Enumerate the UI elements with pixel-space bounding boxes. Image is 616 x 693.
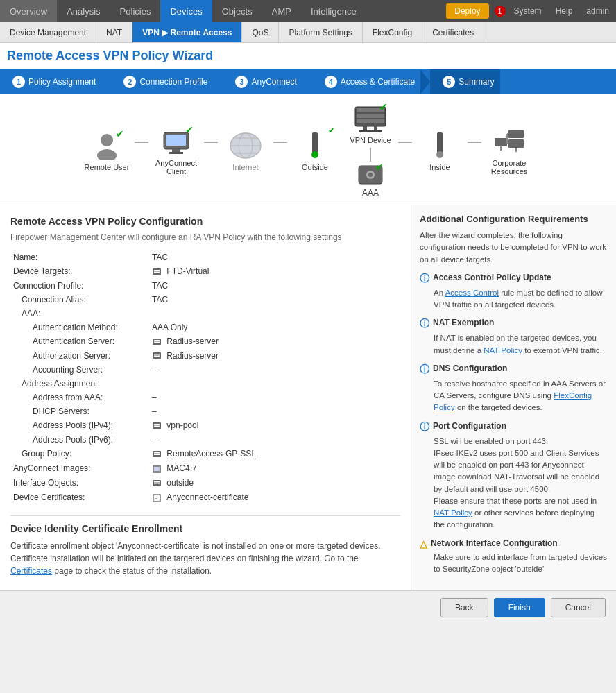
- interface-objects-text: outside: [166, 478, 194, 488]
- access-control-link[interactable]: Access Control: [445, 289, 499, 297]
- wizard-arrow-3: [302, 69, 312, 94]
- nav-device-management[interactable]: Device Management: [0, 22, 96, 42]
- svg-point-0: [101, 134, 113, 146]
- aaa-subnode: ✔ AAA: [357, 148, 384, 198]
- wizard-step-3[interactable]: 3 AnyConnect: [223, 69, 302, 94]
- device-certs-icon: [152, 493, 164, 502]
- svg-rect-38: [154, 341, 160, 343]
- req-dns-body: To resolve hostname specified in AAA Ser…: [434, 378, 608, 414]
- step-num-5: 5: [443, 76, 455, 88]
- req-port-header: ⓘ Port Configuration: [420, 421, 608, 434]
- row-name: Name: TAC: [10, 250, 400, 264]
- wizard-step-2[interactable]: 2 Connection Profile: [111, 69, 213, 94]
- label-connection-alias: Connection Alias:: [10, 293, 149, 307]
- nav-admin[interactable]: admin: [579, 6, 616, 16]
- label-group-policy: Group Policy:: [10, 447, 149, 461]
- value-device-targets: FTD-Virtual: [149, 264, 400, 279]
- warn-icon-1: △: [420, 538, 427, 549]
- deploy-button[interactable]: Deploy: [446, 3, 488, 19]
- info-icon-3: ⓘ: [420, 363, 429, 376]
- value-device-certs: Anyconnect-certificate: [149, 490, 400, 505]
- nav-intelligence[interactable]: Intelligence: [301, 0, 366, 22]
- aaa-line: [370, 148, 371, 162]
- step-label-2: Connection Profile: [139, 77, 207, 87]
- nav-vpn-remote-access[interactable]: VPN ▶ Remote Access: [132, 22, 242, 42]
- info-icon-2: ⓘ: [420, 318, 429, 330]
- back-button[interactable]: Back: [440, 598, 488, 617]
- finish-button[interactable]: Finish: [494, 598, 545, 617]
- device-cert-section: Device Identity Certificate Enrollment C…: [10, 515, 400, 577]
- cert-section-body: Certificate enrollment object 'Anyconnec…: [10, 540, 400, 577]
- cert-section-title: Device Identity Certificate Enrollment: [10, 523, 400, 534]
- wizard-step-5[interactable]: 5 Summary: [430, 69, 499, 94]
- nav-policies[interactable]: Policies: [110, 0, 161, 22]
- config-section-title: Remote Access VPN Policy Configuration: [10, 216, 400, 227]
- label-address-assignment: Address Assignment:: [10, 377, 149, 391]
- top-navigation: Overview Analysis Policies Devices Objec…: [0, 0, 616, 22]
- value-authz-server: Radius-server: [149, 349, 400, 363]
- svg-rect-41: [154, 356, 160, 357]
- nav-analysis[interactable]: Analysis: [57, 0, 110, 22]
- corporate-icon: [492, 124, 527, 159]
- label-address-from-aaa: Address from AAA:: [10, 391, 149, 404]
- svg-rect-17: [363, 126, 367, 130]
- svg-rect-26: [508, 130, 524, 138]
- nav-system[interactable]: System: [507, 6, 549, 16]
- internet-icon: [228, 128, 263, 163]
- certificates-link[interactable]: Certificates: [10, 566, 52, 576]
- nav-devices[interactable]: Devices: [160, 0, 212, 22]
- label-auth-server: Authentication Server:: [10, 334, 149, 349]
- svg-rect-40: [154, 354, 160, 355]
- row-address-assignment: Address Assignment:: [10, 377, 400, 391]
- value-connection-alias: TAC: [149, 293, 400, 307]
- svg-rect-49: [154, 467, 160, 471]
- network-diagram: ✔ Remote User ✔ AnyConnect Client: [0, 94, 616, 205]
- req-access-control-title: Access Control Policy Update: [433, 273, 551, 282]
- label-auth-method: Authentication Method:: [10, 320, 149, 334]
- row-pools-ipv4: Address Pools (IPv4): vpn-pool: [10, 418, 400, 433]
- value-device-targets-text: FTD-Virtual: [166, 266, 209, 276]
- nat-policy-link[interactable]: NAT Policy: [484, 346, 522, 354]
- wizard-arrow-1: [101, 69, 111, 94]
- svg-rect-51: [154, 481, 160, 483]
- nav-overview[interactable]: Overview: [0, 0, 57, 22]
- inside-label: Inside: [429, 163, 450, 171]
- nav-platform-settings[interactable]: Platform Settings: [279, 22, 362, 42]
- row-interface-objects: Interface Objects: outside: [10, 476, 400, 490]
- step-num-1: 1: [12, 76, 25, 88]
- label-pools-ipv4: Address Pools (IPv4):: [10, 418, 149, 433]
- pools-ipv4-text: vpn-pool: [166, 420, 198, 430]
- svg-rect-52: [154, 483, 160, 484]
- value-aaa: [149, 307, 400, 320]
- req-network-interface: △ Network Interface Configuration Make s…: [420, 538, 608, 576]
- nav-nat[interactable]: NAT: [96, 22, 132, 42]
- req-dns: ⓘ DNS Configuration To resolve hostname …: [420, 363, 608, 414]
- nav-objects[interactable]: Objects: [212, 0, 262, 22]
- value-name: TAC: [149, 250, 400, 264]
- svg-rect-4: [172, 149, 180, 152]
- wizard-steps: 1 Policy Assignment 2 Connection Profile…: [0, 69, 616, 94]
- main-content: Remote Access VPN Policy Configuration F…: [0, 205, 616, 590]
- info-icon-4: ⓘ: [420, 421, 429, 434]
- wizard-step-1[interactable]: 1 Policy Assignment: [0, 69, 101, 94]
- wizard-step-4[interactable]: 4 Access & Certificate: [312, 69, 420, 94]
- cancel-button[interactable]: Cancel: [551, 598, 606, 617]
- nav-qos[interactable]: QoS: [242, 22, 279, 42]
- authz-server-icon: [152, 351, 164, 361]
- step-num-4: 4: [325, 76, 337, 88]
- nav-amp[interactable]: AMP: [262, 0, 301, 22]
- line-2: [204, 142, 218, 143]
- node-remote-user: ✔ Remote User: [79, 128, 135, 171]
- req-nat: ⓘ NAT Exemption If NAT is enabled on the…: [420, 318, 608, 357]
- value-pools-ipv4: vpn-pool: [149, 418, 400, 433]
- nav-help[interactable]: Help: [549, 6, 580, 16]
- svg-rect-34: [154, 270, 160, 271]
- node-vpn-device: ✔ VPN Device: [343, 101, 398, 144]
- svg-rect-44: [154, 426, 160, 427]
- nat-policy-link-2[interactable]: NAT Policy: [434, 508, 472, 517]
- aaa-icon: ✔: [357, 162, 384, 188]
- nav-certificates[interactable]: Certificates: [422, 22, 484, 42]
- svg-rect-18: [374, 126, 377, 130]
- nav-flexconfig[interactable]: FlexConfig: [363, 22, 422, 42]
- remote-user-check: ✔: [116, 128, 124, 139]
